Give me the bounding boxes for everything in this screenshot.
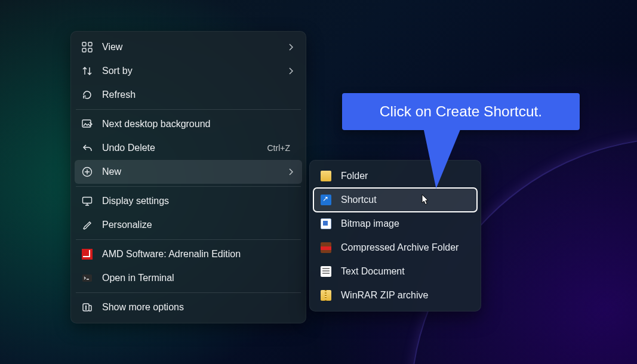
svg-rect-0: [82, 42, 86, 46]
submenu-item-bitmap[interactable]: Bitmap image: [313, 212, 477, 236]
menu-item-personalize[interactable]: Personalize: [75, 213, 302, 237]
text-file-icon: [319, 265, 333, 278]
menu-item-label: View: [102, 42, 287, 53]
instruction-callout: Click on Create Shortcut.: [342, 93, 580, 130]
submenu-item-shortcut[interactable]: Shortcut: [313, 188, 477, 212]
submenu-item-compressed-archive[interactable]: Compressed Archive Folder: [313, 236, 477, 260]
chevron-right-icon: [287, 168, 295, 175]
submenu-item-zip-archive[interactable]: WinRAR ZIP archive: [313, 283, 477, 307]
menu-separator: [76, 186, 301, 187]
menu-separator: [76, 239, 301, 240]
menu-item-refresh[interactable]: Refresh: [75, 83, 302, 107]
svg-rect-6: [83, 198, 92, 203]
desktop-context-menu: View Sort by Refresh Next desk: [70, 31, 306, 323]
menu-item-sort[interactable]: Sort by: [75, 59, 302, 83]
menu-item-label: AMD Software: Adrenalin Edition: [102, 249, 295, 260]
plus-circle-icon: [81, 165, 94, 178]
callout-text: Click on Create Shortcut.: [380, 103, 542, 120]
menu-item-label: Refresh: [102, 90, 295, 100]
image-next-icon: [81, 118, 94, 131]
menu-item-shortcut: Ctrl+Z: [267, 143, 291, 153]
amd-icon: [81, 248, 94, 261]
menu-item-label: Undo Delete: [102, 143, 267, 153]
menu-item-open-terminal[interactable]: Open in Terminal: [75, 266, 302, 290]
svg-rect-2: [82, 48, 86, 52]
submenu-item-label: WinRAR ZIP archive: [341, 290, 428, 301]
menu-item-label: Display settings: [102, 196, 295, 206]
menu-item-label: Next desktop background: [102, 119, 295, 129]
menu-item-amd-software[interactable]: AMD Software: Adrenalin Edition: [75, 242, 302, 266]
display-icon: [81, 195, 94, 208]
submenu-item-label: Compressed Archive Folder: [341, 242, 458, 253]
chevron-right-icon: [287, 44, 295, 51]
svg-point-10: [85, 307, 86, 308]
bitmap-icon: [319, 217, 333, 230]
submenu-item-label: Shortcut: [341, 195, 377, 205]
menu-item-view[interactable]: View: [75, 35, 302, 59]
submenu-item-text-document[interactable]: Text Document: [313, 260, 477, 283]
terminal-icon: [81, 272, 94, 285]
grid-icon: [81, 41, 94, 54]
chevron-right-icon: [287, 67, 295, 75]
menu-separator: [76, 292, 301, 293]
svg-point-11: [85, 309, 86, 309]
menu-item-new[interactable]: New: [75, 160, 302, 184]
archive-icon: [319, 241, 333, 254]
menu-item-next-background[interactable]: Next desktop background: [75, 112, 302, 136]
menu-item-label: Show more options: [102, 302, 295, 313]
svg-rect-4: [82, 120, 91, 127]
menu-item-label: New: [102, 166, 287, 177]
svg-rect-7: [82, 274, 92, 282]
undo-icon: [81, 141, 94, 155]
menu-separator: [76, 109, 301, 110]
sort-icon: [81, 64, 94, 78]
svg-point-9: [85, 306, 86, 306]
svg-rect-3: [88, 48, 92, 52]
svg-rect-1: [88, 42, 92, 46]
submenu-item-label: Text Document: [341, 266, 405, 277]
zip-icon: [319, 289, 333, 302]
menu-item-label: Personalize: [102, 220, 295, 230]
menu-item-label: Open in Terminal: [102, 273, 295, 283]
folder-icon: [319, 169, 333, 183]
menu-item-show-more[interactable]: Show more options: [75, 295, 302, 319]
brush-icon: [81, 218, 94, 232]
refresh-icon: [81, 88, 94, 101]
submenu-item-label: Bitmap image: [341, 218, 399, 229]
submenu-item-label: Folder: [341, 171, 368, 181]
more-options-icon: [81, 301, 94, 314]
shortcut-icon: [319, 193, 333, 206]
menu-item-display-settings[interactable]: Display settings: [75, 189, 302, 213]
menu-item-undo-delete[interactable]: Undo Delete Ctrl+Z: [75, 136, 302, 160]
menu-item-label: Sort by: [102, 66, 287, 76]
